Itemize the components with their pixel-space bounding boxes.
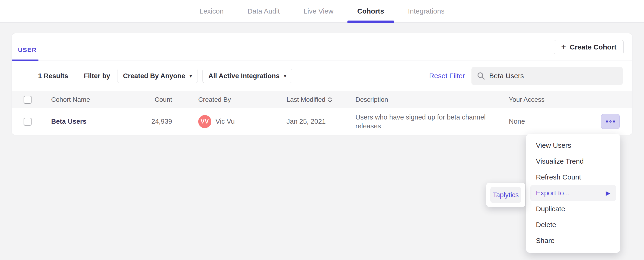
header-last-modified[interactable]: Last Modified	[286, 96, 356, 104]
plus-icon: +	[561, 43, 566, 51]
menu-item-label: View Users	[536, 142, 571, 149]
cohort-name-link[interactable]: Beta Users	[51, 118, 87, 125]
menu-item-label: Duplicate	[536, 205, 565, 213]
search-box[interactable]	[472, 67, 623, 85]
submenu-arrow-icon: ▶	[606, 190, 610, 197]
nav-tab-data-audit[interactable]: Data Audit	[238, 0, 290, 22]
row-checkbox[interactable]	[24, 118, 32, 126]
nav-tab-cohorts[interactable]: Cohorts	[348, 0, 394, 22]
results-count: 1 Results	[38, 72, 68, 80]
submenu-item-taplytics[interactable]: Taplytics	[490, 187, 521, 203]
menu-item-label: Refresh Count	[536, 173, 581, 181]
filter-bar: 1 Results Filter by Created By Anyone ▾ …	[12, 60, 632, 91]
menu-item-label: Share	[536, 237, 554, 244]
menu-item-label: Delete	[536, 221, 556, 229]
create-cohort-button[interactable]: + Create Cohort	[554, 40, 624, 54]
menu-item-visualize-trend[interactable]: Visualize Trend	[530, 153, 616, 169]
table-row: Beta Users 24,939 VV Vic Vu Jan 25, 2021…	[12, 108, 632, 135]
header-cohort-name: Cohort Name	[51, 96, 137, 104]
nav-tab-integrations[interactable]: Integrations	[398, 0, 454, 22]
nav-tab-lexicon[interactable]: Lexicon	[190, 0, 233, 22]
integrations-dropdown-label: All Active Integrations	[208, 72, 280, 80]
created-by-name: Vic Vu	[216, 118, 235, 125]
row-context-menu: View Users Visualize Trend Refresh Count…	[526, 134, 620, 253]
ellipsis-icon	[610, 120, 612, 122]
search-input[interactable]	[489, 72, 617, 80]
cohort-description: Users who have signed up for beta channe…	[356, 113, 500, 130]
ellipsis-icon	[606, 120, 608, 122]
created-by-dropdown-label: Created By Anyone	[123, 72, 185, 80]
menu-item-duplicate[interactable]: Duplicate	[530, 201, 616, 217]
create-cohort-label: Create Cohort	[570, 43, 616, 51]
active-tab-underline	[12, 60, 38, 61]
cohort-type-strip: USER + Create Cohort	[12, 34, 632, 60]
menu-item-refresh-count[interactable]: Refresh Count	[530, 169, 616, 185]
filter-by-label: Filter by	[84, 72, 110, 80]
table-header: Cohort Name Count Created By Last Modifi…	[12, 91, 632, 108]
avatar: VV	[198, 115, 211, 128]
chevron-down-icon: ▾	[284, 73, 286, 79]
menu-item-share[interactable]: Share	[530, 233, 616, 248]
menu-item-export-to[interactable]: Export to... ▶	[530, 185, 616, 201]
menu-item-delete[interactable]: Delete	[530, 217, 616, 233]
created-by-dropdown[interactable]: Created By Anyone ▾	[117, 69, 198, 83]
header-description: Description	[356, 96, 509, 104]
last-modified-date: Jan 25, 2021	[286, 118, 356, 125]
header-last-modified-label: Last Modified	[286, 96, 326, 104]
row-actions-button[interactable]	[601, 114, 620, 129]
menu-item-label: Export to...	[536, 189, 570, 197]
your-access-value: None	[509, 118, 580, 125]
header-created-by: Created By	[172, 96, 286, 104]
integrations-dropdown[interactable]: All Active Integrations ▾	[202, 69, 292, 83]
header-count: Count	[137, 96, 172, 104]
menu-item-label: Visualize Trend	[536, 157, 584, 165]
tab-user[interactable]: USER	[18, 46, 37, 54]
nav-tab-live-view[interactable]: Live View	[294, 0, 343, 22]
reset-filter-link[interactable]: Reset Filter	[429, 72, 465, 80]
chevron-down-icon: ▾	[189, 73, 192, 79]
cohorts-card: USER + Create Cohort 1 Results Filter by…	[12, 33, 632, 135]
ellipsis-icon	[613, 120, 615, 122]
cohort-count: 24,939	[137, 118, 172, 125]
select-all-checkbox[interactable]	[24, 96, 32, 104]
export-submenu: Taplytics	[486, 183, 526, 207]
search-icon	[477, 72, 485, 80]
menu-item-view-users[interactable]: View Users	[530, 138, 616, 153]
sort-icon[interactable]	[328, 97, 332, 102]
header-your-access: Your Access	[509, 96, 580, 104]
top-nav: Lexicon Data Audit Live View Cohorts Int…	[0, 0, 644, 23]
